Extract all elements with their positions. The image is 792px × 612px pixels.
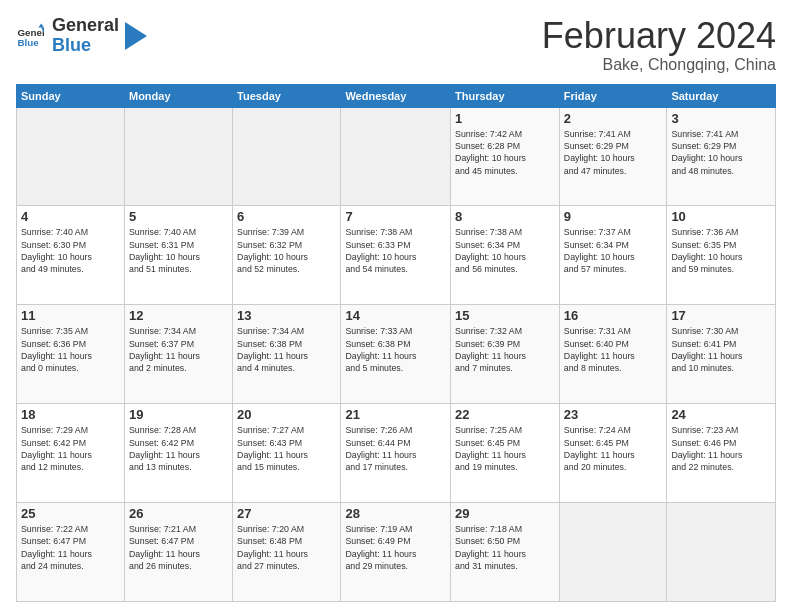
main-title: February 2024 [542,16,776,56]
day-number: 13 [237,308,336,323]
week-row-4: 25Sunrise: 7:22 AMSunset: 6:47 PMDayligh… [17,503,776,602]
day-number: 27 [237,506,336,521]
day-info: Sunrise: 7:38 AMSunset: 6:33 PMDaylight:… [345,226,446,275]
day-number: 28 [345,506,446,521]
calendar-cell: 20Sunrise: 7:27 AMSunset: 6:43 PMDayligh… [233,404,341,503]
logo-general-text: General [52,16,119,36]
header-monday: Monday [124,84,232,107]
calendar-cell: 25Sunrise: 7:22 AMSunset: 6:47 PMDayligh… [17,503,125,602]
header-friday: Friday [559,84,667,107]
calendar-cell [341,107,451,206]
day-info: Sunrise: 7:34 AMSunset: 6:38 PMDaylight:… [237,325,336,374]
calendar-cell [667,503,776,602]
week-row-3: 18Sunrise: 7:29 AMSunset: 6:42 PMDayligh… [17,404,776,503]
day-number: 20 [237,407,336,422]
day-info: Sunrise: 7:20 AMSunset: 6:48 PMDaylight:… [237,523,336,572]
calendar-cell: 13Sunrise: 7:34 AMSunset: 6:38 PMDayligh… [233,305,341,404]
day-info: Sunrise: 7:41 AMSunset: 6:29 PMDaylight:… [564,128,663,177]
calendar-cell: 18Sunrise: 7:29 AMSunset: 6:42 PMDayligh… [17,404,125,503]
header-sunday: Sunday [17,84,125,107]
logo-arrow-icon [125,22,147,50]
page-header: General Blue General Blue February 2024 … [16,16,776,74]
calendar-cell [233,107,341,206]
calendar-cell: 5Sunrise: 7:40 AMSunset: 6:31 PMDaylight… [124,206,232,305]
calendar-cell: 26Sunrise: 7:21 AMSunset: 6:47 PMDayligh… [124,503,232,602]
calendar-cell: 7Sunrise: 7:38 AMSunset: 6:33 PMDaylight… [341,206,451,305]
day-number: 17 [671,308,771,323]
week-row-2: 11Sunrise: 7:35 AMSunset: 6:36 PMDayligh… [17,305,776,404]
calendar-cell: 15Sunrise: 7:32 AMSunset: 6:39 PMDayligh… [451,305,560,404]
day-number: 14 [345,308,446,323]
day-number: 8 [455,209,555,224]
day-number: 19 [129,407,228,422]
day-number: 12 [129,308,228,323]
sub-title: Bake, Chongqing, China [542,56,776,74]
calendar-cell: 8Sunrise: 7:38 AMSunset: 6:34 PMDaylight… [451,206,560,305]
day-number: 23 [564,407,663,422]
header-saturday: Saturday [667,84,776,107]
day-number: 24 [671,407,771,422]
day-info: Sunrise: 7:38 AMSunset: 6:34 PMDaylight:… [455,226,555,275]
calendar-cell: 27Sunrise: 7:20 AMSunset: 6:48 PMDayligh… [233,503,341,602]
header-thursday: Thursday [451,84,560,107]
calendar-cell: 6Sunrise: 7:39 AMSunset: 6:32 PMDaylight… [233,206,341,305]
calendar-cell: 28Sunrise: 7:19 AMSunset: 6:49 PMDayligh… [341,503,451,602]
title-block: February 2024 Bake, Chongqing, China [542,16,776,74]
day-info: Sunrise: 7:36 AMSunset: 6:35 PMDaylight:… [671,226,771,275]
logo-blue-text: Blue [52,36,119,56]
day-info: Sunrise: 7:39 AMSunset: 6:32 PMDaylight:… [237,226,336,275]
day-info: Sunrise: 7:35 AMSunset: 6:36 PMDaylight:… [21,325,120,374]
day-number: 25 [21,506,120,521]
day-info: Sunrise: 7:22 AMSunset: 6:47 PMDaylight:… [21,523,120,572]
day-info: Sunrise: 7:42 AMSunset: 6:28 PMDaylight:… [455,128,555,177]
day-info: Sunrise: 7:28 AMSunset: 6:42 PMDaylight:… [129,424,228,473]
day-info: Sunrise: 7:32 AMSunset: 6:39 PMDaylight:… [455,325,555,374]
calendar-header: SundayMondayTuesdayWednesdayThursdayFrid… [17,84,776,107]
logo-icon: General Blue [16,22,44,50]
day-number: 2 [564,111,663,126]
day-number: 1 [455,111,555,126]
day-number: 16 [564,308,663,323]
day-info: Sunrise: 7:19 AMSunset: 6:49 PMDaylight:… [345,523,446,572]
svg-text:Blue: Blue [17,37,39,48]
svg-marker-4 [125,22,147,50]
day-info: Sunrise: 7:18 AMSunset: 6:50 PMDaylight:… [455,523,555,572]
day-number: 3 [671,111,771,126]
calendar-cell: 23Sunrise: 7:24 AMSunset: 6:45 PMDayligh… [559,404,667,503]
day-info: Sunrise: 7:34 AMSunset: 6:37 PMDaylight:… [129,325,228,374]
day-number: 9 [564,209,663,224]
header-tuesday: Tuesday [233,84,341,107]
calendar-cell [17,107,125,206]
logo: General Blue General Blue [16,16,147,56]
day-number: 29 [455,506,555,521]
day-number: 11 [21,308,120,323]
calendar-cell [124,107,232,206]
day-number: 18 [21,407,120,422]
day-info: Sunrise: 7:41 AMSunset: 6:29 PMDaylight:… [671,128,771,177]
calendar-cell: 17Sunrise: 7:30 AMSunset: 6:41 PMDayligh… [667,305,776,404]
day-number: 10 [671,209,771,224]
calendar-cell: 22Sunrise: 7:25 AMSunset: 6:45 PMDayligh… [451,404,560,503]
day-info: Sunrise: 7:40 AMSunset: 6:31 PMDaylight:… [129,226,228,275]
week-row-0: 1Sunrise: 7:42 AMSunset: 6:28 PMDaylight… [17,107,776,206]
svg-marker-2 [38,23,44,27]
calendar-cell: 12Sunrise: 7:34 AMSunset: 6:37 PMDayligh… [124,305,232,404]
day-number: 26 [129,506,228,521]
day-number: 4 [21,209,120,224]
day-info: Sunrise: 7:30 AMSunset: 6:41 PMDaylight:… [671,325,771,374]
day-info: Sunrise: 7:26 AMSunset: 6:44 PMDaylight:… [345,424,446,473]
calendar-cell: 21Sunrise: 7:26 AMSunset: 6:44 PMDayligh… [341,404,451,503]
day-info: Sunrise: 7:31 AMSunset: 6:40 PMDaylight:… [564,325,663,374]
calendar-cell: 1Sunrise: 7:42 AMSunset: 6:28 PMDaylight… [451,107,560,206]
calendar-table: SundayMondayTuesdayWednesdayThursdayFrid… [16,84,776,602]
day-info: Sunrise: 7:27 AMSunset: 6:43 PMDaylight:… [237,424,336,473]
calendar-cell: 29Sunrise: 7:18 AMSunset: 6:50 PMDayligh… [451,503,560,602]
calendar-cell: 14Sunrise: 7:33 AMSunset: 6:38 PMDayligh… [341,305,451,404]
day-info: Sunrise: 7:25 AMSunset: 6:45 PMDaylight:… [455,424,555,473]
day-info: Sunrise: 7:23 AMSunset: 6:46 PMDaylight:… [671,424,771,473]
calendar-cell: 4Sunrise: 7:40 AMSunset: 6:30 PMDaylight… [17,206,125,305]
calendar-cell [559,503,667,602]
calendar-cell: 16Sunrise: 7:31 AMSunset: 6:40 PMDayligh… [559,305,667,404]
day-info: Sunrise: 7:21 AMSunset: 6:47 PMDaylight:… [129,523,228,572]
day-number: 22 [455,407,555,422]
